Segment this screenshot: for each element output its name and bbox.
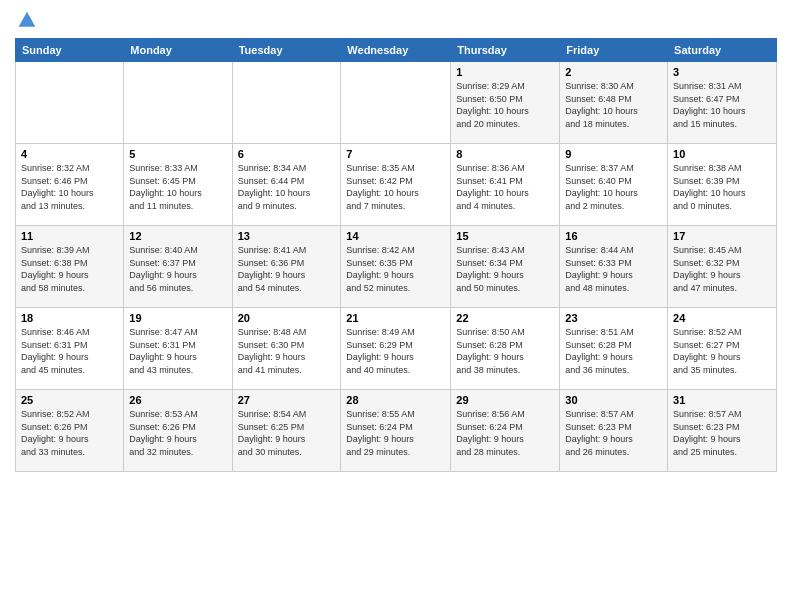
day-number: 4 [21, 148, 118, 160]
day-cell: 17Sunrise: 8:45 AM Sunset: 6:32 PM Dayli… [668, 226, 777, 308]
day-cell: 30Sunrise: 8:57 AM Sunset: 6:23 PM Dayli… [560, 390, 668, 472]
day-cell: 25Sunrise: 8:52 AM Sunset: 6:26 PM Dayli… [16, 390, 124, 472]
day-info: Sunrise: 8:39 AM Sunset: 6:38 PM Dayligh… [21, 244, 118, 294]
day-info: Sunrise: 8:34 AM Sunset: 6:44 PM Dayligh… [238, 162, 336, 212]
day-cell: 2Sunrise: 8:30 AM Sunset: 6:48 PM Daylig… [560, 62, 668, 144]
day-info: Sunrise: 8:31 AM Sunset: 6:47 PM Dayligh… [673, 80, 771, 130]
day-number: 1 [456, 66, 554, 78]
day-number: 16 [565, 230, 662, 242]
day-cell: 4Sunrise: 8:32 AM Sunset: 6:46 PM Daylig… [16, 144, 124, 226]
day-info: Sunrise: 8:33 AM Sunset: 6:45 PM Dayligh… [129, 162, 226, 212]
day-cell: 15Sunrise: 8:43 AM Sunset: 6:34 PM Dayli… [451, 226, 560, 308]
day-number: 26 [129, 394, 226, 406]
header [15, 10, 777, 30]
day-info: Sunrise: 8:46 AM Sunset: 6:31 PM Dayligh… [21, 326, 118, 376]
col-header-sunday: Sunday [16, 39, 124, 62]
day-cell: 27Sunrise: 8:54 AM Sunset: 6:25 PM Dayli… [232, 390, 341, 472]
week-row-4: 18Sunrise: 8:46 AM Sunset: 6:31 PM Dayli… [16, 308, 777, 390]
day-cell: 12Sunrise: 8:40 AM Sunset: 6:37 PM Dayli… [124, 226, 232, 308]
day-cell: 26Sunrise: 8:53 AM Sunset: 6:26 PM Dayli… [124, 390, 232, 472]
day-info: Sunrise: 8:49 AM Sunset: 6:29 PM Dayligh… [346, 326, 445, 376]
day-info: Sunrise: 8:53 AM Sunset: 6:26 PM Dayligh… [129, 408, 226, 458]
day-info: Sunrise: 8:35 AM Sunset: 6:42 PM Dayligh… [346, 162, 445, 212]
day-number: 3 [673, 66, 771, 78]
day-cell: 7Sunrise: 8:35 AM Sunset: 6:42 PM Daylig… [341, 144, 451, 226]
day-cell [16, 62, 124, 144]
day-cell: 24Sunrise: 8:52 AM Sunset: 6:27 PM Dayli… [668, 308, 777, 390]
col-header-wednesday: Wednesday [341, 39, 451, 62]
day-info: Sunrise: 8:30 AM Sunset: 6:48 PM Dayligh… [565, 80, 662, 130]
day-number: 22 [456, 312, 554, 324]
day-cell: 10Sunrise: 8:38 AM Sunset: 6:39 PM Dayli… [668, 144, 777, 226]
day-number: 11 [21, 230, 118, 242]
svg-marker-0 [19, 12, 36, 27]
day-cell: 1Sunrise: 8:29 AM Sunset: 6:50 PM Daylig… [451, 62, 560, 144]
day-cell: 23Sunrise: 8:51 AM Sunset: 6:28 PM Dayli… [560, 308, 668, 390]
day-cell: 14Sunrise: 8:42 AM Sunset: 6:35 PM Dayli… [341, 226, 451, 308]
day-cell: 22Sunrise: 8:50 AM Sunset: 6:28 PM Dayli… [451, 308, 560, 390]
day-number: 27 [238, 394, 336, 406]
day-info: Sunrise: 8:45 AM Sunset: 6:32 PM Dayligh… [673, 244, 771, 294]
day-number: 19 [129, 312, 226, 324]
day-number: 30 [565, 394, 662, 406]
day-number: 5 [129, 148, 226, 160]
day-cell: 21Sunrise: 8:49 AM Sunset: 6:29 PM Dayli… [341, 308, 451, 390]
day-number: 25 [21, 394, 118, 406]
day-number: 24 [673, 312, 771, 324]
day-info: Sunrise: 8:38 AM Sunset: 6:39 PM Dayligh… [673, 162, 771, 212]
day-cell: 31Sunrise: 8:57 AM Sunset: 6:23 PM Dayli… [668, 390, 777, 472]
day-number: 28 [346, 394, 445, 406]
day-info: Sunrise: 8:48 AM Sunset: 6:30 PM Dayligh… [238, 326, 336, 376]
day-number: 20 [238, 312, 336, 324]
day-number: 9 [565, 148, 662, 160]
calendar-table: SundayMondayTuesdayWednesdayThursdayFrid… [15, 38, 777, 472]
col-header-tuesday: Tuesday [232, 39, 341, 62]
day-number: 17 [673, 230, 771, 242]
day-info: Sunrise: 8:42 AM Sunset: 6:35 PM Dayligh… [346, 244, 445, 294]
logo [15, 10, 37, 30]
week-row-5: 25Sunrise: 8:52 AM Sunset: 6:26 PM Dayli… [16, 390, 777, 472]
day-cell: 19Sunrise: 8:47 AM Sunset: 6:31 PM Dayli… [124, 308, 232, 390]
day-info: Sunrise: 8:52 AM Sunset: 6:26 PM Dayligh… [21, 408, 118, 458]
day-cell [124, 62, 232, 144]
day-cell [232, 62, 341, 144]
day-info: Sunrise: 8:36 AM Sunset: 6:41 PM Dayligh… [456, 162, 554, 212]
day-number: 2 [565, 66, 662, 78]
day-number: 12 [129, 230, 226, 242]
day-cell: 3Sunrise: 8:31 AM Sunset: 6:47 PM Daylig… [668, 62, 777, 144]
day-cell: 28Sunrise: 8:55 AM Sunset: 6:24 PM Dayli… [341, 390, 451, 472]
day-info: Sunrise: 8:29 AM Sunset: 6:50 PM Dayligh… [456, 80, 554, 130]
logo-text [15, 10, 37, 30]
day-info: Sunrise: 8:44 AM Sunset: 6:33 PM Dayligh… [565, 244, 662, 294]
day-cell: 29Sunrise: 8:56 AM Sunset: 6:24 PM Dayli… [451, 390, 560, 472]
day-number: 31 [673, 394, 771, 406]
col-header-thursday: Thursday [451, 39, 560, 62]
day-info: Sunrise: 8:51 AM Sunset: 6:28 PM Dayligh… [565, 326, 662, 376]
week-row-3: 11Sunrise: 8:39 AM Sunset: 6:38 PM Dayli… [16, 226, 777, 308]
header-row: SundayMondayTuesdayWednesdayThursdayFrid… [16, 39, 777, 62]
day-info: Sunrise: 8:32 AM Sunset: 6:46 PM Dayligh… [21, 162, 118, 212]
day-info: Sunrise: 8:52 AM Sunset: 6:27 PM Dayligh… [673, 326, 771, 376]
day-cell: 11Sunrise: 8:39 AM Sunset: 6:38 PM Dayli… [16, 226, 124, 308]
day-number: 29 [456, 394, 554, 406]
col-header-monday: Monday [124, 39, 232, 62]
day-info: Sunrise: 8:57 AM Sunset: 6:23 PM Dayligh… [673, 408, 771, 458]
week-row-1: 1Sunrise: 8:29 AM Sunset: 6:50 PM Daylig… [16, 62, 777, 144]
day-info: Sunrise: 8:37 AM Sunset: 6:40 PM Dayligh… [565, 162, 662, 212]
day-number: 23 [565, 312, 662, 324]
day-info: Sunrise: 8:57 AM Sunset: 6:23 PM Dayligh… [565, 408, 662, 458]
day-cell: 20Sunrise: 8:48 AM Sunset: 6:30 PM Dayli… [232, 308, 341, 390]
day-info: Sunrise: 8:50 AM Sunset: 6:28 PM Dayligh… [456, 326, 554, 376]
day-info: Sunrise: 8:43 AM Sunset: 6:34 PM Dayligh… [456, 244, 554, 294]
col-header-friday: Friday [560, 39, 668, 62]
day-number: 21 [346, 312, 445, 324]
day-number: 8 [456, 148, 554, 160]
day-info: Sunrise: 8:41 AM Sunset: 6:36 PM Dayligh… [238, 244, 336, 294]
day-cell: 16Sunrise: 8:44 AM Sunset: 6:33 PM Dayli… [560, 226, 668, 308]
day-cell [341, 62, 451, 144]
day-info: Sunrise: 8:55 AM Sunset: 6:24 PM Dayligh… [346, 408, 445, 458]
day-info: Sunrise: 8:54 AM Sunset: 6:25 PM Dayligh… [238, 408, 336, 458]
day-number: 18 [21, 312, 118, 324]
col-header-saturday: Saturday [668, 39, 777, 62]
day-number: 7 [346, 148, 445, 160]
